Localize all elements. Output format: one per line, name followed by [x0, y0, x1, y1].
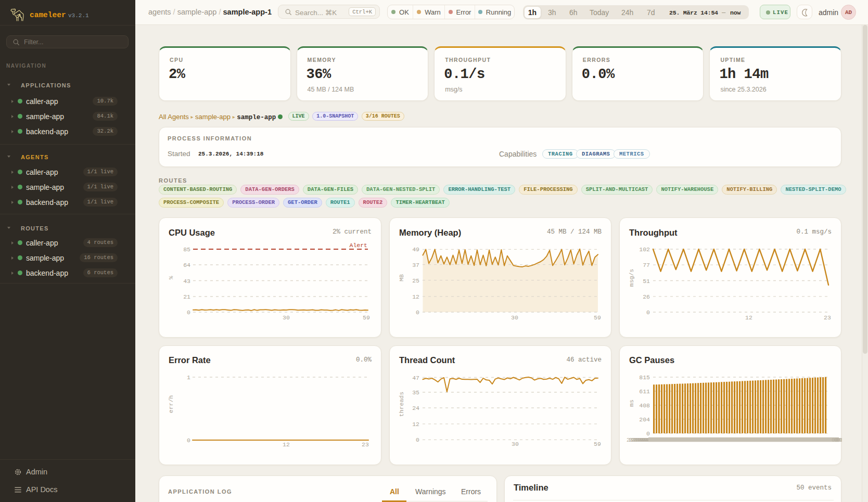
svg-text:0: 0	[646, 430, 650, 437]
svg-text:47: 47	[412, 374, 419, 381]
svg-text:Alert: Alert	[349, 242, 367, 249]
svg-text:0: 0	[187, 437, 190, 444]
svg-text:25: 25	[412, 277, 419, 284]
svg-text:59: 59	[363, 314, 370, 321]
svg-text:24: 24	[412, 405, 419, 411]
svg-text:49: 49	[412, 246, 419, 253]
svg-text:26: 26	[643, 293, 650, 300]
svg-text:102: 102	[639, 246, 650, 253]
svg-text:85: 85	[183, 246, 190, 253]
svg-text:msg/s: msg/s	[628, 269, 635, 287]
svg-text:815: 815	[639, 374, 650, 381]
svg-text:204: 204	[639, 416, 650, 423]
svg-text:threads: threads	[398, 391, 405, 416]
svg-text:0: 0	[416, 436, 419, 443]
svg-text:12: 12	[283, 441, 290, 448]
svg-text:59: 59	[594, 314, 601, 321]
svg-text:30: 30	[512, 441, 519, 447]
svg-text:77: 77	[643, 262, 650, 268]
svg-text:611: 611	[639, 388, 650, 395]
svg-text:35: 35	[412, 389, 419, 396]
svg-text:0: 0	[646, 309, 650, 316]
svg-text:64: 64	[183, 262, 190, 268]
svg-text:59: 59	[594, 441, 601, 447]
svg-text:12: 12	[412, 293, 419, 300]
svg-text:51: 51	[643, 278, 650, 285]
svg-text:408: 408	[639, 402, 650, 409]
svg-text:MB: MB	[398, 274, 405, 281]
svg-text:00:0: 00:0	[839, 437, 843, 443]
svg-text:37: 37	[412, 262, 419, 268]
svg-text:0: 0	[187, 309, 190, 316]
svg-text:1: 1	[187, 374, 190, 381]
svg-text:err/h: err/h	[168, 395, 174, 413]
svg-text:30: 30	[283, 314, 290, 321]
svg-text:23: 23	[362, 441, 369, 448]
svg-text:%: %	[168, 276, 174, 279]
svg-text:ms: ms	[628, 400, 635, 407]
svg-text:12: 12	[412, 420, 419, 427]
svg-text:43: 43	[183, 278, 190, 285]
svg-text:21: 21	[183, 293, 190, 300]
svg-text:12: 12	[745, 314, 752, 321]
svg-text:23: 23	[824, 314, 831, 321]
svg-text:30: 30	[511, 314, 518, 321]
svg-text:0: 0	[416, 309, 419, 316]
